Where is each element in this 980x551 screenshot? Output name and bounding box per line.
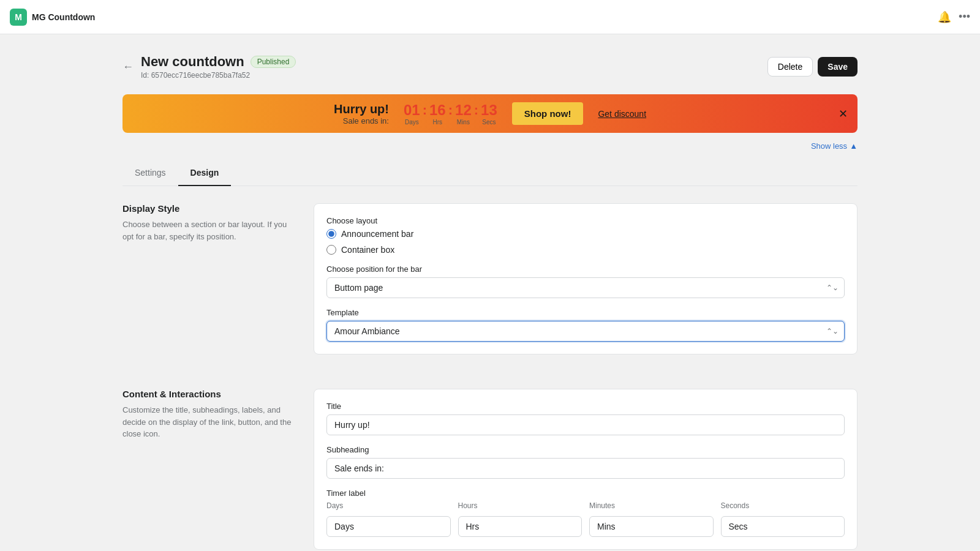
display-style-description: Choose between a section or bar layout. … [123,219,294,242]
timer-seconds-label: Secs [481,119,497,126]
title-group: Title [326,402,845,435]
delete-button[interactable]: Delete [767,57,813,77]
countdown-bar: Hurry up! Sale ends in: 01 Days : 16 Hrs… [123,94,858,133]
timer-colon-2: : [448,102,453,118]
subheading-group: Subheading [326,445,845,479]
settings-layout: Display Style Choose between a section o… [123,186,858,551]
seconds-input[interactable] [721,516,845,537]
position-select-wrapper: Buttom page Top page [326,277,845,298]
page-title: New countdown [141,54,244,70]
content-description: Customize the title, subheadings, labels… [123,404,294,440]
main-content: ← New countdown Published Id: 6570ecc716… [0,34,980,551]
template-select[interactable]: Amour Ambiance Classic Modern Minimal [326,321,845,342]
timer-colon-1: : [423,102,427,118]
display-style-section: Display Style Choose between a section o… [123,186,858,372]
timer-display: 01 Days : 16 Hrs : 12 Mins : 13 Secs [404,102,497,126]
tab-bar: Settings Design [123,160,858,186]
page-header: ← New countdown Published Id: 6570ecc716… [123,54,858,80]
content-section: Content & Interactions Customize the tit… [123,372,858,551]
content-left: Content & Interactions Customize the tit… [123,389,294,550]
countdown-text: Hurry up! Sale ends in: [334,102,389,126]
hours-label: Hours [458,501,582,510]
bell-icon[interactable]: 🔔 [938,10,951,24]
timer-minutes: 12 Mins [455,102,472,126]
app-icon: M [10,9,27,26]
layout-radio-group: Announcement bar Container box [326,229,845,255]
timer-minutes-label: Mins [455,119,472,126]
content-right: Title Subheading Timer label Days [314,389,858,550]
seconds-label: Seconds [721,501,845,510]
display-style-heading: Display Style [123,203,294,214]
timer-labels-grid: Days Hours Minutes Seconds [326,501,845,537]
close-preview-button[interactable]: ✕ [839,107,848,121]
title-label: Title [326,402,845,411]
display-style-right: Choose layout Announcement bar Container… [314,203,858,354]
tab-design[interactable]: Design [178,160,232,186]
title-input[interactable] [326,414,845,435]
timer-seconds: 13 Secs [481,102,497,126]
more-options-icon[interactable]: ••• [959,10,970,23]
top-nav: M MG Countdown 🔔 ••• [0,0,980,34]
radio-announcement-bar-input[interactable] [326,229,336,239]
chevron-up-icon: ▲ [850,141,858,151]
header-actions: Delete Save [767,57,858,77]
days-input[interactable] [326,516,451,537]
page-id: Id: 6570ecc716eecbe785ba7fa52 [141,71,296,80]
published-badge: Published [251,56,296,68]
days-label: Days [326,501,451,510]
radio-container-box[interactable]: Container box [326,245,845,255]
save-button[interactable]: Save [818,57,858,77]
radio-container-box-input[interactable] [326,245,336,255]
subheading-input[interactable] [326,458,845,479]
page-title-group: New countdown Published Id: 6570ecc716ee… [141,54,296,80]
preview-container: Hurry up! Sale ends in: 01 Days : 16 Hrs… [123,94,858,133]
template-select-wrapper: Amour Ambiance Classic Modern Minimal [326,321,845,342]
timer-minutes-number: 12 [455,102,472,119]
shop-now-button[interactable]: Shop now! [512,102,584,125]
show-less-button[interactable]: Show less ▲ [811,141,858,151]
page-title-row: New countdown Published [141,54,296,70]
countdown-title: Hurry up! [334,102,389,116]
content-heading: Content & Interactions [123,389,294,399]
timer-hours: 16 Hrs [429,102,446,126]
timer-hours-label: Hrs [429,119,446,126]
countdown-subtitle: Sale ends in: [334,116,389,126]
minutes-input[interactable] [589,516,714,537]
get-discount-link[interactable]: Get discount [598,109,646,119]
display-style-left: Display Style Choose between a section o… [123,203,294,354]
show-less-row: Show less ▲ [123,138,858,160]
timer-days-number: 01 [404,102,420,119]
timer-seconds-number: 13 [481,102,497,119]
show-less-label: Show less [811,141,847,151]
template-label: Template [326,308,845,317]
radio-announcement-bar[interactable]: Announcement bar [326,229,845,239]
template-group: Template Amour Ambiance Classic Modern M… [326,308,845,342]
timer-label-heading: Timer label [326,489,845,498]
position-group: Choose position for the bar Buttom page … [326,264,845,298]
radio-container-box-label: Container box [341,245,394,255]
subheading-label: Subheading [326,445,845,454]
layout-label: Choose layout [326,216,845,225]
position-select[interactable]: Buttom page Top page [326,277,845,298]
radio-announcement-bar-label: Announcement bar [341,229,413,239]
minutes-label-group: Minutes [589,501,714,537]
back-button[interactable]: ← [123,61,134,73]
timer-labels-group: Timer label Days Hours Minutes [326,489,845,537]
position-label: Choose position for the bar [326,264,845,274]
timer-days: 01 Days [404,102,420,126]
nav-right: 🔔 ••• [938,10,970,24]
timer-days-label: Days [404,119,420,126]
tab-settings[interactable]: Settings [123,160,178,186]
days-label-group: Days [326,501,451,537]
hours-input[interactable] [458,516,582,537]
layout-group: Choose layout Announcement bar Container… [326,216,845,255]
nav-left: M MG Countdown [10,9,95,26]
page-header-left: ← New countdown Published Id: 6570ecc716… [123,54,296,80]
seconds-label-group: Seconds [721,501,845,537]
hours-label-group: Hours [458,501,582,537]
app-name: MG Countdown [32,12,95,22]
timer-colon-3: : [474,102,478,118]
minutes-label: Minutes [589,501,714,510]
timer-hours-number: 16 [429,102,446,119]
